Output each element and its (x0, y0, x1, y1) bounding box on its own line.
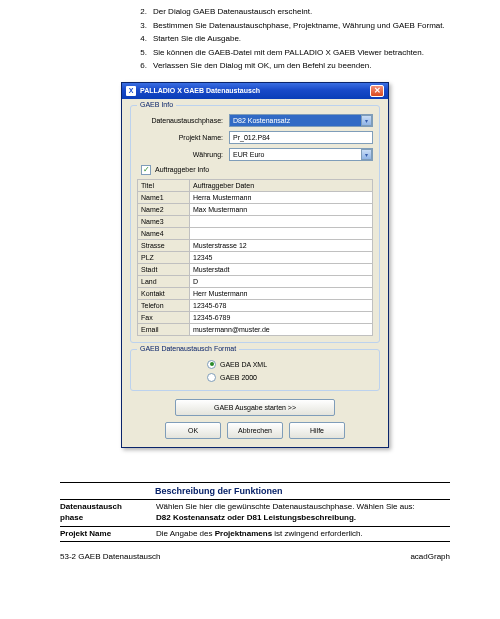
grid-row-value[interactable]: D (190, 275, 373, 287)
grid-row-label: Stadt (138, 263, 190, 275)
step-number: 5. (135, 47, 147, 59)
grid-row-label: Kontakt (138, 287, 190, 299)
step-text: Bestimmen Sie Datenaustauschphase, Proje… (153, 20, 450, 32)
grid-row-value[interactable]: mustermann@muster.de (190, 323, 373, 335)
chevron-down-icon[interactable]: ▾ (361, 149, 372, 160)
step-text: Sie können die GAEB-Datei mit dem PALLAD… (153, 47, 450, 59)
desc-body-project: Die Angabe des Projektnamens ist zwingen… (156, 529, 450, 540)
grid-row-label: Strasse (138, 239, 190, 251)
auftraggeber-checkbox[interactable]: ✓ (141, 165, 151, 175)
group-format: GAEB Datenaustausch Format GAEB DA XML G… (130, 349, 380, 391)
cancel-button[interactable]: Abbrechen (227, 422, 283, 439)
step-number: 6. (135, 60, 147, 72)
auftraggeber-check-label: Auftraggeber Info (155, 166, 209, 173)
chevron-down-icon[interactable]: ▾ (361, 115, 372, 126)
grid-row-value[interactable]: Herra Mustermann (190, 191, 373, 203)
grid-row-label: Name3 (138, 215, 190, 227)
radio-gaeb-xml[interactable] (207, 360, 216, 369)
group-title: GAEB Info (137, 101, 176, 108)
radio-label: GAEB DA XML (220, 361, 267, 368)
grid-row-label: PLZ (138, 251, 190, 263)
group-gaeb-info: GAEB Info Datenaustauschphase: D82 Koste… (130, 105, 380, 343)
step-number: 4. (135, 33, 147, 45)
grid-row-label: Land (138, 275, 190, 287)
grid-row-label: Name2 (138, 203, 190, 215)
window-title: PALLADIO X GAEB Datenaustausch (140, 87, 260, 94)
grid-row-value[interactable]: 12345-678 (190, 299, 373, 311)
instruction-steps: 2.Der Dialog GAEB Datenaustausch erschei… (135, 6, 450, 72)
step-text: Verlassen Sie den Dialog mit OK, um den … (153, 60, 450, 72)
grid-row-value[interactable] (190, 215, 373, 227)
currency-value: EUR Euro (233, 151, 265, 158)
project-label: Projekt Name: (137, 134, 229, 141)
radio-label: GAEB 2000 (220, 374, 257, 381)
grid-row-value[interactable]: Max Mustermann (190, 203, 373, 215)
step-number: 2. (135, 6, 147, 18)
close-icon[interactable]: ✕ (370, 85, 384, 97)
description-heading: Beschreibung der Funktionen (155, 486, 450, 496)
divider (60, 526, 450, 527)
footer-left: 53-2 GAEB Datenaustausch (60, 552, 161, 561)
project-input[interactable]: Pr_012.P84 (229, 131, 373, 144)
footer-right: acadGraph (410, 552, 450, 561)
gaeb-dialog: X PALLADIO X GAEB Datenaustausch ✕ GAEB … (121, 82, 389, 448)
radio-gaeb-2000[interactable] (207, 373, 216, 382)
grid-header-titel: Titel (138, 179, 190, 191)
desc-label-project: Projekt Name (60, 529, 148, 540)
auftraggeber-grid[interactable]: Titel Auftraggeber Daten Name1Herra Must… (137, 179, 373, 336)
titlebar[interactable]: X PALLADIO X GAEB Datenaustausch ✕ (122, 83, 388, 99)
grid-row-label: Email (138, 323, 190, 335)
grid-row-value[interactable]: Musterstadt (190, 263, 373, 275)
grid-row-value[interactable] (190, 227, 373, 239)
phase-label: Datenaustauschphase: (137, 117, 229, 124)
grid-row-value[interactable]: 12345-6789 (190, 311, 373, 323)
currency-label: Währung: (137, 151, 229, 158)
grid-row-label: Name4 (138, 227, 190, 239)
grid-row-value[interactable]: 12345 (190, 251, 373, 263)
desc-label-phase: Datenaustauschphase (60, 502, 148, 524)
desc-body-phase: Wählen Sie hier die gewünschte Datenaust… (156, 502, 450, 524)
step-text: Der Dialog GAEB Datenaustausch erscheint… (153, 6, 450, 18)
grid-row-value[interactable]: Herr Mustermann (190, 287, 373, 299)
app-icon: X (126, 86, 136, 96)
grid-row-label: Telefon (138, 299, 190, 311)
grid-row-value[interactable]: Musterstrasse 12 (190, 239, 373, 251)
divider (60, 482, 450, 483)
grid-header-daten: Auftraggeber Daten (190, 179, 373, 191)
grid-row-label: Name1 (138, 191, 190, 203)
grid-row-label: Fax (138, 311, 190, 323)
start-output-button[interactable]: GAEB Ausgabe starten >> (175, 399, 335, 416)
group-title: GAEB Datenaustausch Format (137, 345, 239, 352)
ok-button[interactable]: OK (165, 422, 221, 439)
currency-select[interactable]: EUR Euro ▾ (229, 148, 373, 161)
phase-value: D82 Kostenansatz (233, 117, 290, 124)
help-button[interactable]: Hilfe (289, 422, 345, 439)
divider (60, 541, 450, 542)
divider (60, 499, 450, 500)
phase-select[interactable]: D82 Kostenansatz ▾ (229, 114, 373, 127)
step-number: 3. (135, 20, 147, 32)
step-text: Starten Sie die Ausgabe. (153, 33, 450, 45)
